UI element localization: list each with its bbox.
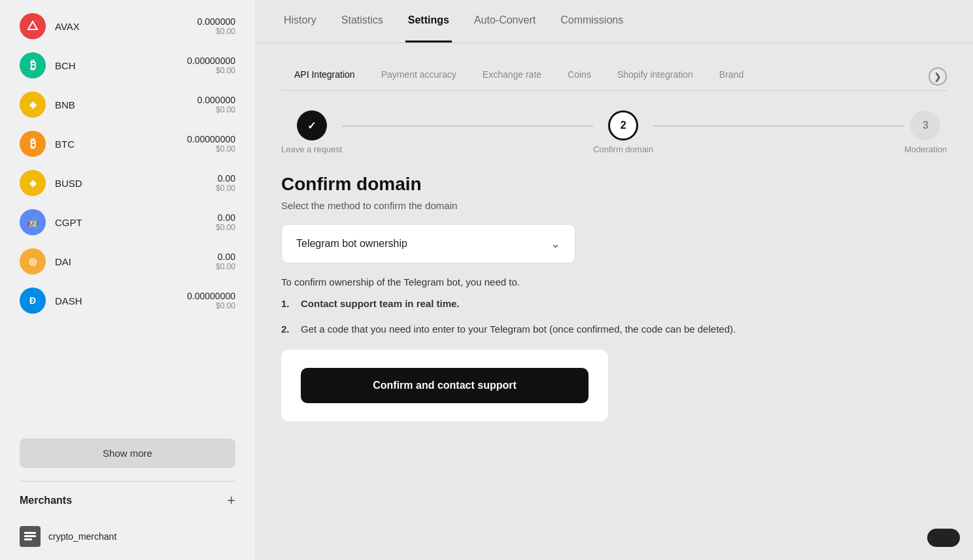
coin-amount: 0.00 — [216, 173, 235, 184]
nav-tab-auto-convert[interactable]: Auto-Convert — [471, 0, 538, 42]
coin-left: Đ DASH — [20, 288, 82, 314]
coin-name: DAI — [55, 256, 71, 267]
sub-tab-exchange-rate[interactable]: Exchange rate — [469, 63, 555, 90]
dropdown-selected-label: Telegram bot ownership — [296, 238, 407, 250]
sub-tab-shopify[interactable]: Shopify integration — [604, 63, 706, 90]
coin-usd: $0.00 — [216, 223, 235, 232]
sub-tab-brand[interactable]: Brand — [706, 63, 757, 90]
instruction-text: Contact support team in real time. — [301, 297, 460, 312]
coin-values: 0.00 $0.00 — [216, 173, 235, 193]
coin-item-cgpt[interactable]: 🤖 CGPT 0.00 $0.00 — [0, 203, 255, 242]
step-moderation: 3Moderation — [904, 110, 947, 154]
chat-bubble[interactable] — [927, 529, 960, 547]
coin-amount: 0.00000000 — [187, 56, 235, 66]
instruction-text: Get a code that you need into enter to y… — [301, 322, 736, 337]
nav-tab-history[interactable]: History — [281, 0, 319, 42]
coin-amount: 0.00 — [216, 252, 235, 262]
sub-tab-payment-accuracy[interactable]: Payment accuracy — [368, 63, 469, 90]
step-leave-request: ✓Leave a request — [281, 110, 342, 154]
nav-tab-commissions[interactable]: Commissions — [558, 0, 626, 42]
coin-name: BNB — [55, 99, 75, 110]
coin-item-dash[interactable]: Đ DASH 0.00000000 $0.00 — [0, 281, 255, 320]
sidebar: AVAX 0.000000 $0.00 ₿ BCH 0.00000000 $0.… — [0, 0, 255, 560]
add-merchant-button[interactable]: + — [227, 492, 235, 509]
coin-left: 🤖 CGPT — [20, 209, 82, 235]
main-content: HistoryStatisticsSettingsAuto-ConvertCom… — [255, 0, 973, 560]
coin-icon-btc: ₿ — [20, 131, 46, 157]
coin-left: ◆ BNB — [20, 91, 75, 118]
sub-nav-scroll-right[interactable]: ❯ — [929, 67, 947, 86]
coin-item-dai[interactable]: ◎ DAI 0.00 $0.00 — [0, 242, 255, 281]
section-title: Confirm domain — [281, 174, 947, 195]
show-more-button[interactable]: Show more — [20, 438, 235, 468]
step-circle-confirm-domain: 2 — [608, 110, 638, 140]
instruction-item: 1.Contact support team in real time. — [281, 297, 947, 312]
section-subtitle: Select the method to confirm the domain — [281, 200, 947, 211]
coin-icon-dai: ◎ — [20, 248, 46, 274]
coin-name: DASH — [55, 295, 82, 306]
merchant-icon — [20, 526, 41, 547]
svg-rect-3 — [24, 535, 36, 537]
coin-item-avax[interactable]: AVAX 0.000000 $0.00 — [0, 7, 255, 46]
coin-usd: $0.00 — [187, 144, 235, 154]
confirm-contact-support-button[interactable]: Confirm and contact support — [301, 368, 589, 403]
sub-tab-coins[interactable]: Coins — [555, 63, 604, 90]
coin-values: 0.000000 $0.00 — [197, 95, 235, 114]
svg-rect-4 — [24, 538, 32, 540]
step-label-confirm-domain: Confirm domain — [593, 144, 653, 154]
coin-values: 0.00000000 $0.00 — [187, 134, 235, 154]
coin-usd: $0.00 — [216, 262, 235, 271]
step-circle-leave-request: ✓ — [297, 110, 327, 140]
coin-values: 0.000000 $0.00 — [197, 16, 235, 36]
coin-icon-avax — [20, 13, 46, 39]
coin-icon-cgpt: 🤖 — [20, 209, 46, 235]
nav-tab-statistics[interactable]: Statistics — [339, 0, 386, 42]
coin-values: 0.00 $0.00 — [216, 212, 235, 232]
coin-values: 0.00000000 $0.00 — [187, 291, 235, 310]
coin-usd: $0.00 — [216, 184, 235, 193]
coin-name: BTC — [55, 139, 75, 150]
step-label-moderation: Moderation — [904, 144, 947, 154]
coin-amount: 0.00 — [216, 212, 235, 223]
coin-item-bnb[interactable]: ◆ BNB 0.000000 $0.00 — [0, 85, 255, 124]
coin-values: 0.00 $0.00 — [216, 252, 235, 271]
instruction-number: 1. — [281, 297, 294, 312]
chevron-down-icon: ⌄ — [551, 237, 560, 251]
top-nav: HistoryStatisticsSettingsAuto-ConvertCom… — [255, 0, 973, 43]
svg-rect-2 — [24, 532, 36, 534]
step-confirm-domain: 2Confirm domain — [593, 110, 653, 154]
coin-item-bch[interactable]: ₿ BCH 0.00000000 $0.00 — [0, 46, 255, 85]
coin-name: CGPT — [55, 217, 82, 228]
sub-tab-api[interactable]: API Integration — [281, 63, 368, 90]
coin-left: ◈ BUSD — [20, 170, 82, 196]
step-label-leave-request: Leave a request — [281, 144, 342, 154]
svg-marker-0 — [28, 22, 37, 29]
coin-name: BCH — [55, 60, 76, 71]
coin-icon-bnb: ◆ — [20, 91, 46, 118]
coin-icon-busd: ◈ — [20, 170, 46, 196]
coin-left: ◎ DAI — [20, 248, 71, 274]
nav-tab-settings[interactable]: Settings — [405, 0, 452, 42]
coin-values: 0.00000000 $0.00 — [187, 56, 235, 75]
coin-amount: 0.000000 — [197, 95, 235, 105]
instruction-number: 2. — [281, 322, 294, 337]
step-circle-moderation: 3 — [910, 110, 940, 140]
coin-icon-bch: ₿ — [20, 52, 46, 78]
method-dropdown[interactable]: Telegram bot ownership ⌄ — [281, 224, 575, 263]
coin-amount: 0.00000000 — [187, 291, 235, 301]
stepper: ✓Leave a request2Confirm domain3Moderati… — [281, 110, 947, 154]
content-area: API IntegrationPayment accuracyExchange … — [255, 43, 973, 560]
instruction-list: 1.Contact support team in real time.2.Ge… — [281, 297, 947, 337]
step-line-1 — [342, 125, 593, 127]
merchant-item[interactable]: crypto_merchant — [0, 519, 255, 553]
coin-left: ₿ BTC — [20, 131, 75, 157]
coin-item-busd[interactable]: ◈ BUSD 0.00 $0.00 — [0, 163, 255, 203]
coin-item-btc[interactable]: ₿ BTC 0.00000000 $0.00 — [0, 124, 255, 163]
coin-amount: 0.00000000 — [187, 134, 235, 144]
coin-left: AVAX — [20, 13, 80, 39]
coin-usd: $0.00 — [197, 27, 235, 36]
instruction-intro: To confirm ownership of the Telegram bot… — [281, 276, 947, 288]
coin-left: ₿ BCH — [20, 52, 76, 78]
coin-name: AVAX — [55, 21, 80, 32]
instruction-item: 2.Get a code that you need into enter to… — [281, 322, 947, 337]
